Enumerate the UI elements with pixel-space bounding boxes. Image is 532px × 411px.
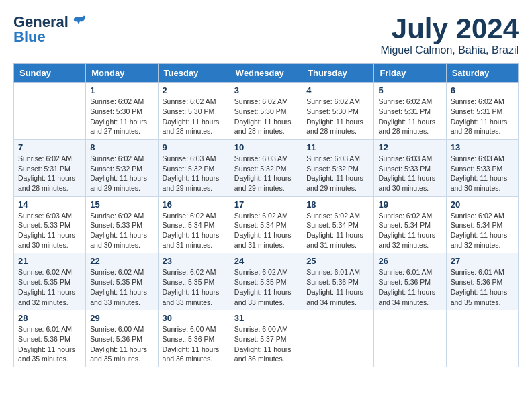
day-info: Sunrise: 6:02 AM Sunset: 5:30 PM Dayligh… xyxy=(234,97,298,136)
day-info: Sunrise: 6:03 AM Sunset: 5:32 PM Dayligh… xyxy=(163,154,226,193)
day-info: Sunrise: 6:00 AM Sunset: 5:36 PM Dayligh… xyxy=(163,324,226,364)
calendar-header-saturday: Saturday xyxy=(446,64,518,83)
day-number: 26 xyxy=(378,256,441,266)
day-number: 24 xyxy=(234,256,298,266)
calendar-cell: 2Sunrise: 6:02 AM Sunset: 5:30 PM Daylig… xyxy=(158,83,230,140)
calendar-cell: 19Sunrise: 6:02 AM Sunset: 5:34 PM Dayli… xyxy=(374,196,446,253)
calendar-cell xyxy=(446,310,518,367)
day-info: Sunrise: 6:02 AM Sunset: 5:35 PM Dayligh… xyxy=(234,267,298,307)
day-number: 29 xyxy=(90,313,153,323)
calendar-header-sunday: Sunday xyxy=(14,64,86,83)
day-number: 30 xyxy=(163,313,226,323)
calendar-cell: 18Sunrise: 6:02 AM Sunset: 5:34 PM Dayli… xyxy=(302,196,374,253)
calendar-cell: 23Sunrise: 6:02 AM Sunset: 5:35 PM Dayli… xyxy=(158,253,230,310)
calendar-cell: 7Sunrise: 6:02 AM Sunset: 5:31 PM Daylig… xyxy=(14,139,86,196)
calendar-cell: 14Sunrise: 6:03 AM Sunset: 5:33 PM Dayli… xyxy=(14,196,86,253)
day-number: 28 xyxy=(18,313,81,323)
calendar-cell: 13Sunrise: 6:03 AM Sunset: 5:33 PM Dayli… xyxy=(446,139,518,196)
calendar-cell xyxy=(374,310,446,367)
day-info: Sunrise: 6:02 AM Sunset: 5:30 PM Dayligh… xyxy=(163,97,226,136)
day-info: Sunrise: 6:03 AM Sunset: 5:33 PM Dayligh… xyxy=(378,154,441,193)
day-info: Sunrise: 6:02 AM Sunset: 5:30 PM Dayligh… xyxy=(90,97,153,136)
day-info: Sunrise: 6:03 AM Sunset: 5:32 PM Dayligh… xyxy=(306,154,369,193)
calendar-week-1: 1Sunrise: 6:02 AM Sunset: 5:30 PM Daylig… xyxy=(14,83,519,140)
calendar-cell: 9Sunrise: 6:03 AM Sunset: 5:32 PM Daylig… xyxy=(158,139,230,196)
calendar-cell xyxy=(14,83,86,140)
calendar-cell: 15Sunrise: 6:02 AM Sunset: 5:33 PM Dayli… xyxy=(86,196,158,253)
calendar-header-wednesday: Wednesday xyxy=(230,64,302,83)
calendar-cell: 10Sunrise: 6:03 AM Sunset: 5:32 PM Dayli… xyxy=(230,139,302,196)
month-title: July 2024 xyxy=(381,13,519,44)
day-number: 1 xyxy=(90,85,153,95)
calendar-week-4: 21Sunrise: 6:02 AM Sunset: 5:35 PM Dayli… xyxy=(14,253,519,310)
calendar-cell: 17Sunrise: 6:02 AM Sunset: 5:34 PM Dayli… xyxy=(230,196,302,253)
calendar-cell: 21Sunrise: 6:02 AM Sunset: 5:35 PM Dayli… xyxy=(14,253,86,310)
day-info: Sunrise: 6:02 AM Sunset: 5:31 PM Dayligh… xyxy=(378,97,441,136)
logo: General Blue xyxy=(13,13,86,46)
day-info: Sunrise: 6:02 AM Sunset: 5:34 PM Dayligh… xyxy=(378,211,441,250)
day-number: 27 xyxy=(451,256,514,266)
day-number: 15 xyxy=(90,199,153,210)
day-info: Sunrise: 6:03 AM Sunset: 5:32 PM Dayligh… xyxy=(234,154,298,193)
logo-blue: Blue xyxy=(13,28,46,46)
day-number: 13 xyxy=(451,142,514,152)
day-number: 12 xyxy=(378,142,441,152)
calendar-cell: 30Sunrise: 6:00 AM Sunset: 5:36 PM Dayli… xyxy=(158,310,230,367)
day-number: 31 xyxy=(234,313,298,323)
calendar-cell: 20Sunrise: 6:02 AM Sunset: 5:34 PM Dayli… xyxy=(446,196,518,253)
day-info: Sunrise: 6:00 AM Sunset: 5:36 PM Dayligh… xyxy=(90,324,153,364)
day-number: 21 xyxy=(18,256,81,266)
day-info: Sunrise: 6:01 AM Sunset: 5:36 PM Dayligh… xyxy=(306,267,369,307)
title-block: July 2024 Miguel Calmon, Bahia, Brazil xyxy=(381,13,519,56)
day-number: 22 xyxy=(90,256,153,266)
calendar-cell: 16Sunrise: 6:02 AM Sunset: 5:34 PM Dayli… xyxy=(158,196,230,253)
day-info: Sunrise: 6:02 AM Sunset: 5:34 PM Dayligh… xyxy=(163,211,226,250)
day-info: Sunrise: 6:02 AM Sunset: 5:34 PM Dayligh… xyxy=(451,211,514,250)
day-info: Sunrise: 6:02 AM Sunset: 5:35 PM Dayligh… xyxy=(90,267,153,307)
calendar-cell: 4Sunrise: 6:02 AM Sunset: 5:30 PM Daylig… xyxy=(302,83,374,140)
day-number: 14 xyxy=(18,199,81,210)
day-info: Sunrise: 6:03 AM Sunset: 5:33 PM Dayligh… xyxy=(451,154,514,193)
day-info: Sunrise: 6:02 AM Sunset: 5:34 PM Dayligh… xyxy=(306,211,369,250)
calendar-cell: 24Sunrise: 6:02 AM Sunset: 5:35 PM Dayli… xyxy=(230,253,302,310)
calendar-cell: 6Sunrise: 6:02 AM Sunset: 5:31 PM Daylig… xyxy=(446,83,518,140)
day-info: Sunrise: 6:02 AM Sunset: 5:35 PM Dayligh… xyxy=(18,267,81,307)
calendar-week-5: 28Sunrise: 6:01 AM Sunset: 5:36 PM Dayli… xyxy=(14,310,519,367)
calendar-cell: 31Sunrise: 6:00 AM Sunset: 5:37 PM Dayli… xyxy=(230,310,302,367)
day-number: 23 xyxy=(163,256,226,266)
calendar-header-monday: Monday xyxy=(86,64,158,83)
day-info: Sunrise: 6:02 AM Sunset: 5:31 PM Dayligh… xyxy=(18,154,81,193)
calendar-cell: 27Sunrise: 6:01 AM Sunset: 5:36 PM Dayli… xyxy=(446,253,518,310)
day-number: 19 xyxy=(378,199,441,210)
calendar-week-2: 7Sunrise: 6:02 AM Sunset: 5:31 PM Daylig… xyxy=(14,139,519,196)
calendar-header-friday: Friday xyxy=(374,64,446,83)
day-info: Sunrise: 6:02 AM Sunset: 5:33 PM Dayligh… xyxy=(90,211,153,250)
day-info: Sunrise: 6:00 AM Sunset: 5:37 PM Dayligh… xyxy=(234,324,298,364)
calendar-cell: 12Sunrise: 6:03 AM Sunset: 5:33 PM Dayli… xyxy=(374,139,446,196)
day-info: Sunrise: 6:02 AM Sunset: 5:30 PM Dayligh… xyxy=(306,97,369,136)
day-number: 18 xyxy=(306,199,369,210)
day-number: 6 xyxy=(451,85,514,95)
calendar-header-row: SundayMondayTuesdayWednesdayThursdayFrid… xyxy=(14,64,519,83)
calendar-cell: 29Sunrise: 6:00 AM Sunset: 5:36 PM Dayli… xyxy=(86,310,158,367)
calendar-cell: 28Sunrise: 6:01 AM Sunset: 5:36 PM Dayli… xyxy=(14,310,86,367)
day-number: 5 xyxy=(378,85,441,95)
calendar-header-tuesday: Tuesday xyxy=(158,64,230,83)
day-info: Sunrise: 6:02 AM Sunset: 5:31 PM Dayligh… xyxy=(451,97,514,136)
day-info: Sunrise: 6:03 AM Sunset: 5:33 PM Dayligh… xyxy=(18,211,81,250)
calendar-cell: 22Sunrise: 6:02 AM Sunset: 5:35 PM Dayli… xyxy=(86,253,158,310)
calendar-week-3: 14Sunrise: 6:03 AM Sunset: 5:33 PM Dayli… xyxy=(14,196,519,253)
logo-bird-icon xyxy=(71,15,86,30)
calendar-cell: 11Sunrise: 6:03 AM Sunset: 5:32 PM Dayli… xyxy=(302,139,374,196)
day-number: 10 xyxy=(234,142,298,152)
day-number: 2 xyxy=(163,85,226,95)
day-number: 25 xyxy=(306,256,369,266)
day-number: 16 xyxy=(163,199,226,210)
day-number: 7 xyxy=(18,142,81,152)
day-number: 8 xyxy=(90,142,153,152)
day-info: Sunrise: 6:02 AM Sunset: 5:32 PM Dayligh… xyxy=(90,154,153,193)
calendar-cell: 3Sunrise: 6:02 AM Sunset: 5:30 PM Daylig… xyxy=(230,83,302,140)
day-info: Sunrise: 6:01 AM Sunset: 5:36 PM Dayligh… xyxy=(18,324,81,364)
day-number: 3 xyxy=(234,85,298,95)
day-info: Sunrise: 6:01 AM Sunset: 5:36 PM Dayligh… xyxy=(378,267,441,307)
